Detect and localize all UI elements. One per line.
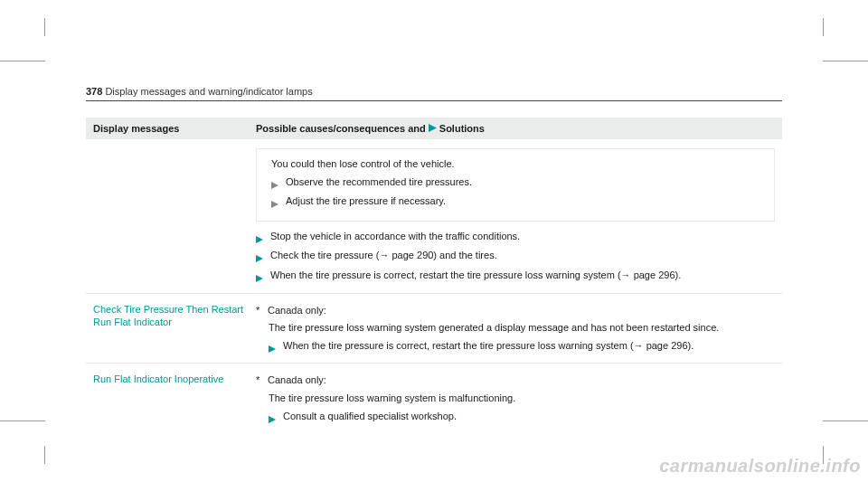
svg-marker-7 bbox=[269, 416, 276, 423]
action-item: Consult a qualified specialist workshop. bbox=[256, 409, 775, 429]
table-header-col2: Possible causes/consequences and Solutio… bbox=[256, 123, 775, 134]
warning-text: You could then lose control of the vehic… bbox=[271, 156, 763, 173]
action-text: Observe the recommended tire pressures. bbox=[286, 175, 472, 191]
header-col2-suffix: Solutions bbox=[439, 123, 485, 134]
note-line: * Canada only: bbox=[256, 373, 775, 389]
action-text: Check the tire pressure (→ page 290) and… bbox=[270, 248, 497, 264]
table-header-col1: Display messages bbox=[93, 123, 256, 134]
body-text: The tire pressure loss warning system ge… bbox=[256, 320, 775, 336]
page-number: 378 bbox=[86, 86, 102, 97]
action-item: Adjust the tire pressure if necessary. bbox=[271, 194, 763, 213]
triangle-right-icon bbox=[269, 342, 276, 358]
page-content: 378 Display messages and warning/indicat… bbox=[0, 0, 868, 433]
svg-marker-5 bbox=[256, 275, 263, 282]
table-row: Run Flat Indicator Inoperative * Canada … bbox=[86, 364, 782, 433]
watermark-text: carmanualsonline.info bbox=[659, 456, 861, 477]
solution-cell: You could then lose control of the vehic… bbox=[256, 148, 775, 288]
svg-marker-0 bbox=[429, 124, 437, 132]
action-text: When the tire pressure is correct, resta… bbox=[283, 338, 693, 354]
action-item: Check the tire pressure (→ page 290) and… bbox=[256, 248, 775, 268]
svg-marker-1 bbox=[271, 182, 278, 189]
note-line: * Canada only: bbox=[256, 303, 775, 319]
action-item: Stop the vehicle in accordance with the … bbox=[256, 229, 775, 249]
svg-marker-6 bbox=[269, 345, 276, 353]
triangle-right-icon bbox=[429, 123, 437, 134]
solution-cell: * Canada only: The tire pressure loss wa… bbox=[256, 303, 775, 358]
body-text: The tire pressure loss warning system is… bbox=[256, 391, 775, 407]
crop-mark-bottom-right bbox=[823, 421, 868, 446]
crop-mark-top-right bbox=[823, 36, 868, 61]
solution-cell: * Canada only: The tire pressure loss wa… bbox=[256, 373, 775, 428]
note-text: Canada only: bbox=[268, 305, 326, 316]
triangle-right-icon bbox=[269, 412, 276, 429]
section-title: Display messages and warning/indicator l… bbox=[105, 86, 312, 97]
action-text: When the tire pressure is correct, resta… bbox=[270, 268, 681, 284]
page-header: 378 Display messages and warning/indicat… bbox=[86, 86, 782, 101]
note-text: Canada only: bbox=[268, 374, 326, 385]
asterisk-icon: * bbox=[256, 303, 265, 319]
messages-table: Display messages Possible causes/consequ… bbox=[86, 118, 782, 433]
svg-marker-2 bbox=[271, 201, 278, 208]
crop-mark-bottom-left bbox=[0, 421, 45, 446]
action-item: When the tire pressure is correct, resta… bbox=[256, 338, 775, 358]
table-row: Check Tire Pressure Then Restart Run Fla… bbox=[86, 294, 782, 364]
message-cell: Run Flat Indicator Inoperative bbox=[93, 373, 256, 428]
svg-marker-4 bbox=[256, 255, 263, 262]
action-text: Consult a qualified specialist workshop. bbox=[283, 409, 457, 425]
triangle-right-icon bbox=[271, 178, 278, 194]
triangle-right-icon bbox=[256, 251, 263, 268]
action-item: When the tire pressure is correct, resta… bbox=[256, 268, 775, 288]
header-col2-prefix: Possible causes/consequences and bbox=[256, 123, 429, 134]
triangle-right-icon bbox=[271, 197, 278, 213]
asterisk-icon: * bbox=[256, 373, 265, 389]
action-text: Adjust the tire pressure if necessary. bbox=[286, 194, 446, 210]
message-cell bbox=[93, 148, 256, 288]
table-header-row: Display messages Possible causes/consequ… bbox=[86, 118, 782, 139]
message-cell: Check Tire Pressure Then Restart Run Fla… bbox=[93, 303, 256, 358]
crop-mark-top-left bbox=[0, 36, 45, 61]
table-row: You could then lose control of the vehic… bbox=[86, 139, 782, 294]
triangle-right-icon bbox=[256, 271, 263, 288]
action-item: Observe the recommended tire pressures. bbox=[271, 175, 763, 194]
svg-marker-3 bbox=[256, 236, 263, 243]
triangle-right-icon bbox=[256, 232, 263, 249]
warning-box: You could then lose control of the vehic… bbox=[256, 148, 775, 222]
action-text: Stop the vehicle in accordance with the … bbox=[270, 229, 520, 245]
